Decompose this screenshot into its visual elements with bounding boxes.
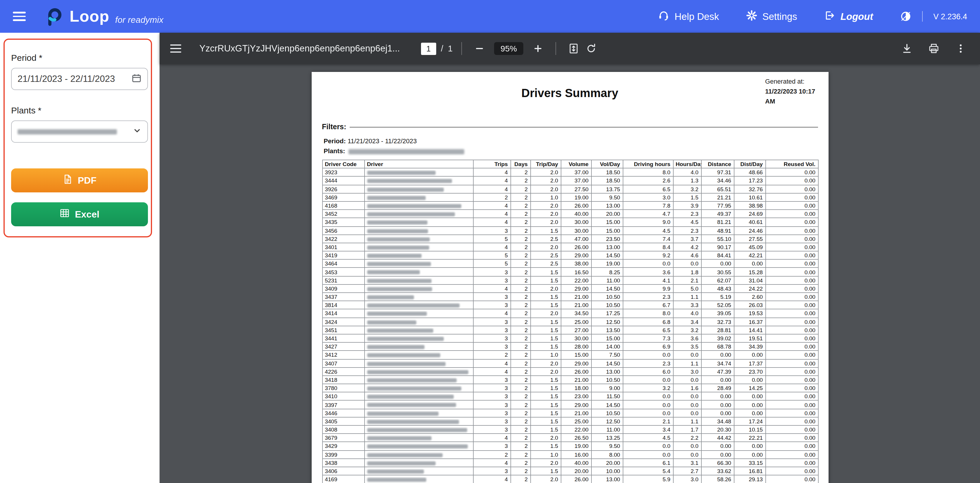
- data-cell: 3.0: [623, 193, 673, 202]
- theme-contrast-icon[interactable]: [900, 11, 912, 22]
- data-cell: 21.21: [701, 193, 734, 202]
- data-cell: 2: [511, 268, 530, 276]
- data-cell: 2.0: [530, 309, 561, 318]
- data-cell: 3: [473, 342, 511, 351]
- data-cell: 1.5: [530, 409, 561, 417]
- data-cell: 0.00: [701, 442, 734, 450]
- data-cell: 0.00: [765, 168, 818, 176]
- pdf-button[interactable]: PDF: [11, 168, 148, 192]
- driver-name-redacted: [364, 268, 473, 276]
- viewer-canvas[interactable]: Generated at: 11/22/2023 10:17 AM Driver…: [160, 64, 980, 483]
- zoom-level[interactable]: 95%: [494, 42, 523, 55]
- plants-label: Plants *: [11, 105, 148, 115]
- data-cell: 0.00: [765, 251, 818, 259]
- data-cell: 48.43: [701, 284, 734, 293]
- data-cell: 0.00: [701, 351, 734, 359]
- help-desk-button[interactable]: Help Desk: [657, 10, 719, 24]
- data-cell: 17.24: [734, 417, 765, 426]
- help-desk-icon: [657, 10, 669, 24]
- data-cell: 52.05: [701, 301, 734, 309]
- driver-code-cell: 3406: [322, 467, 364, 475]
- zoom-controls: 95%: [471, 40, 547, 57]
- data-cell: 42.21: [734, 251, 765, 259]
- app-menu-icon[interactable]: [13, 10, 28, 23]
- data-cell: 2.7: [673, 467, 701, 475]
- zoom-out-icon[interactable]: [471, 40, 488, 57]
- data-cell: 4.5: [623, 226, 673, 235]
- data-cell: 0.00: [765, 342, 818, 351]
- data-cell: 2: [511, 367, 530, 375]
- table-row: 5231321.522.0011.004.12.162.0731.040.00: [322, 276, 818, 284]
- data-cell: 0.00: [765, 417, 818, 426]
- data-cell: 9.9: [623, 284, 673, 293]
- page-number-input[interactable]: 1: [421, 42, 436, 55]
- data-cell: 23.00: [561, 392, 591, 400]
- data-cell: 4: [473, 475, 511, 483]
- data-cell: 28.00: [561, 342, 591, 351]
- driver-name-redacted: [364, 293, 473, 301]
- data-cell: 29.00: [561, 284, 591, 293]
- data-cell: 3: [473, 384, 511, 392]
- data-cell: 2: [511, 417, 530, 426]
- zoom-in-icon[interactable]: [529, 40, 547, 57]
- driver-code-cell: 3780: [322, 384, 364, 392]
- data-cell: 9.2: [623, 251, 673, 259]
- filters-label: Filters:: [322, 123, 346, 131]
- data-cell: 7.4: [623, 235, 673, 243]
- data-cell: 3: [473, 301, 511, 309]
- data-cell: 2.1: [673, 276, 701, 284]
- data-cell: 1.5: [530, 392, 561, 400]
- data-cell: 5.4: [623, 467, 673, 475]
- driver-name-redacted: [364, 417, 473, 426]
- data-cell: 6.0: [623, 367, 673, 375]
- data-cell: 6.1: [623, 459, 673, 467]
- data-cell: 11.00: [591, 276, 623, 284]
- table-row: 3408321.522.0011.003.41.720.3010.150.00: [322, 426, 818, 434]
- driver-code-cell: 4226: [322, 367, 364, 375]
- data-cell: 0.0: [673, 376, 701, 384]
- data-cell: 0.00: [765, 459, 818, 467]
- plants-select[interactable]: [11, 121, 148, 143]
- driver-name-redacted: [364, 450, 473, 458]
- topbar-divider: [922, 11, 923, 22]
- data-cell: 0.00: [765, 334, 818, 342]
- driver-name-redacted: [364, 210, 473, 218]
- data-cell: 3.1: [673, 459, 701, 467]
- redacted-text: [367, 212, 455, 216]
- fit-page-icon[interactable]: [565, 40, 582, 57]
- data-cell: 16.37: [734, 318, 765, 326]
- data-cell: 2.0: [530, 243, 561, 251]
- data-cell: 2.1: [623, 417, 673, 426]
- data-cell: 1.1: [673, 417, 701, 426]
- data-cell: 1.0: [530, 450, 561, 458]
- excel-button[interactable]: Excel: [11, 202, 148, 226]
- data-cell: 2: [511, 392, 530, 400]
- data-cell: 22.00: [561, 426, 591, 434]
- table-row: 3444422.037.0018.502.61.334.4617.230.00: [322, 176, 818, 185]
- viewer-menu-icon[interactable]: [170, 42, 185, 55]
- driver-code-cell: 3926: [322, 185, 364, 193]
- data-cell: 4: [473, 185, 511, 193]
- period-input[interactable]: 21/11/2023 - 22/11/2023: [11, 68, 148, 90]
- data-cell: 1.5: [530, 268, 561, 276]
- data-cell: 14.50: [591, 251, 623, 259]
- data-cell: 2: [511, 235, 530, 243]
- print-icon[interactable]: [925, 40, 943, 57]
- data-cell: 2: [511, 176, 530, 185]
- data-cell: 30.00: [561, 226, 591, 235]
- driver-name-redacted: [364, 475, 473, 483]
- data-cell: 2: [511, 426, 530, 434]
- driver-name-redacted: [364, 226, 473, 235]
- more-options-icon[interactable]: [952, 40, 969, 57]
- generated-at-label: Generated at:: [765, 76, 822, 87]
- data-cell: 2.60: [734, 293, 765, 301]
- download-icon[interactable]: [898, 40, 916, 57]
- pdf-toolbar: YzcrRUxGTjYzJHVjenp6enp6enp6enp6enp6ej1.…: [160, 33, 980, 64]
- rotate-icon[interactable]: [582, 40, 600, 57]
- data-cell: 0.00: [701, 450, 734, 458]
- settings-button[interactable]: Settings: [746, 10, 797, 23]
- filter-period-value: 11/21/2023 - 11/22/2023: [348, 137, 417, 145]
- data-cell: 19.51: [734, 334, 765, 342]
- logout-button[interactable]: Logout: [824, 10, 873, 23]
- data-cell: 0.00: [734, 376, 765, 384]
